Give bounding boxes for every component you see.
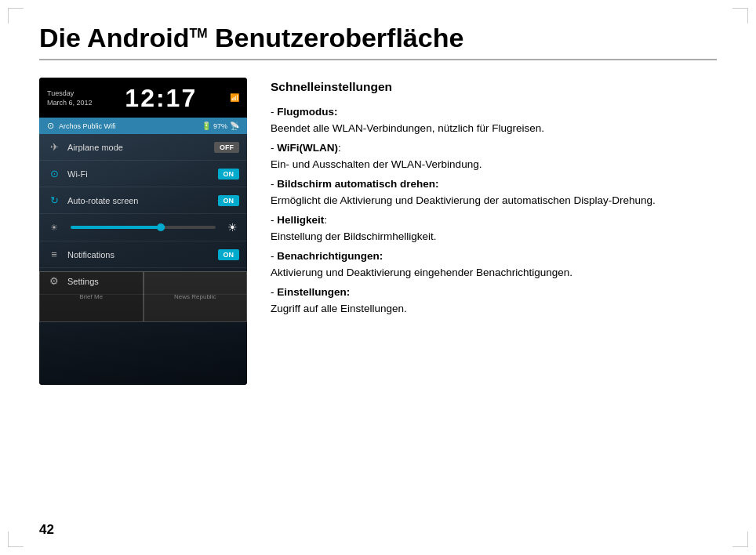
status-time: 12:17 [125,84,197,113]
status-date: Tuesday March 6, 2012 [47,89,93,107]
text-item-brightness: - Helligkeit: Einstellung der Bildschirm… [271,212,717,245]
wifi-bar-icon: ⊙ [47,121,54,131]
title-sup: TM [189,27,207,40]
rotate-icon: ↻ [47,194,61,206]
brightness-slider[interactable] [71,226,216,229]
menu-item-notifications: ≡ Notifications ON [39,241,247,268]
screen-background: Brief Me News Republic ✈ Airplane mode O… [39,134,247,385]
brightness-high-icon: ☀ [225,221,239,234]
menu-item-brightness: ☀ ☀ [39,214,247,241]
section-heading: Schnelleinstellungen [271,78,717,96]
date-line2: March 6, 2012 [47,99,93,108]
title-text: Die Android [39,23,189,53]
notifications-toggle[interactable]: ON [218,249,240,260]
menu-list: ✈ Airplane mode OFF ⊙ Wi-Fi ON ↻ Auto-ro… [39,134,247,295]
airplane-icon: ✈ [47,141,61,153]
battery-pct: 97% [213,122,227,130]
content-area: Tuesday March 6, 2012 12:17 📶 ⊙ Archos P… [39,78,717,385]
wifi-menu-label: Wi-Fi [67,169,212,179]
date-line1: Tuesday [47,89,93,99]
wifi-toggle[interactable]: ON [218,169,240,180]
notifications-icon: ≡ [47,248,61,260]
battery-icon: 🔋 [202,122,211,130]
text-item-flugmodus: - Flugmodus: Beendet alle WLAN-Verbindun… [271,104,717,137]
title-section: Die AndroidTM Benutzeroberfläche [39,24,717,60]
status-bar: Tuesday March 6, 2012 12:17 📶 [39,78,247,118]
text-section: Schnelleinstellungen - Flugmodus: Beende… [271,78,717,320]
battery-info: 🔋 97% 📡 [202,122,239,130]
wifi-menu-icon: ⊙ [47,168,61,180]
android-mockup: Tuesday March 6, 2012 12:17 📶 ⊙ Archos P… [39,78,247,385]
signal-small-icon: 📡 [230,122,239,130]
corner-mark-tr [732,8,748,24]
wifi-label: Archos Public Wifi [59,122,116,130]
rotate-toggle[interactable]: ON [218,195,240,206]
title-suffix: Benutzeroberfläche [208,23,464,53]
slider-thumb [157,223,165,231]
rotate-label: Auto-rotate screen [67,196,212,205]
text-item-wifi: - WiFi(WLAN): Ein- und Ausschalten der W… [271,140,717,173]
notifications-label: Notifications [67,250,212,259]
signal-icon: 📶 [230,93,239,102]
airplane-label: Airplane mode [67,143,208,152]
settings-icon: ⚙ [47,275,61,287]
menu-item-rotate: ↻ Auto-rotate screen ON [39,187,247,214]
corner-mark-bl [8,531,24,547]
menu-item-settings: ⚙ Settings [39,268,247,295]
airplane-toggle[interactable]: OFF [214,142,239,153]
wifi-bar: ⊙ Archos Public Wifi 🔋 97% 📡 [39,118,247,134]
text-item-notifications: - Benachrichtigungen: Aktivierung und De… [271,248,717,281]
status-icons: 📶 [230,93,239,104]
corner-mark-br [732,531,748,547]
settings-label: Settings [67,277,239,286]
text-item-rotate: - Bildschirm automatisch drehen: Ermögli… [271,176,717,209]
menu-item-airplane: ✈ Airplane mode OFF [39,134,247,161]
page-title: Die AndroidTM Benutzeroberfläche [39,24,717,60]
text-item-settings: - Einstellungen: Zugriff auf alle Einste… [271,285,717,317]
corner-mark-tl [8,8,24,24]
page-number: 42 [39,522,54,538]
brightness-icon: ☀ [47,223,61,233]
menu-item-wifi: ⊙ Wi-Fi ON [39,161,247,187]
